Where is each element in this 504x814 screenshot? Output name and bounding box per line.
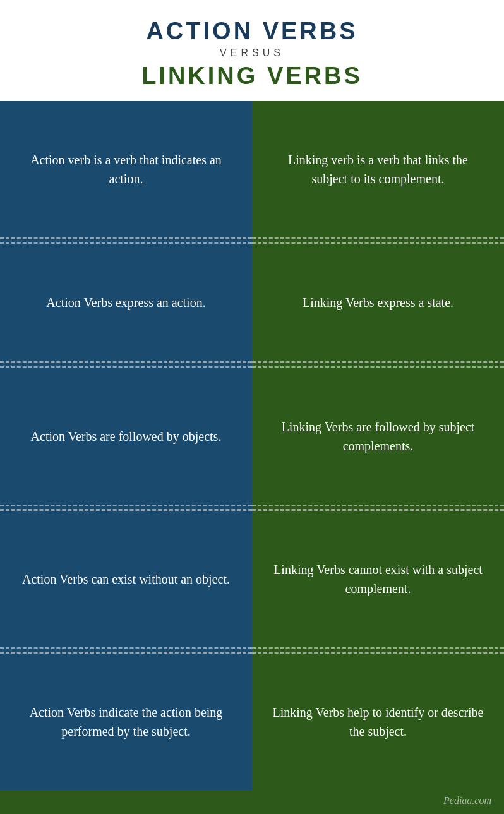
- linking-text-1: Linking verb is a verb that links the su…: [272, 150, 484, 188]
- linking-cell-4: Linking Verbs cannot exist with a subjec…: [252, 511, 504, 647]
- row-4: Action Verbs can exist without an object…: [0, 511, 504, 647]
- page-header: ACTION VERBS VERSUS LINKING VERBS: [0, 0, 504, 101]
- row-3: Action Verbs are followed by objects. Li…: [0, 368, 504, 504]
- action-cell-1: Action verb is a verb that indicates an …: [0, 101, 252, 237]
- divider-action-2: [0, 361, 252, 368]
- comparison-table: Action verb is a verb that indicates an …: [0, 101, 504, 814]
- action-cell-2: Action Verbs express an action.: [0, 244, 252, 361]
- divider-action-3: [0, 505, 252, 511]
- linking-cell-2: Linking Verbs express a state.: [252, 244, 504, 361]
- divider-2: [0, 361, 504, 368]
- divider-4: [0, 647, 504, 654]
- title-linking: LINKING VERBS: [13, 63, 491, 90]
- action-cell-3: Action Verbs are followed by objects.: [0, 368, 252, 504]
- title-action: ACTION VERBS: [13, 18, 491, 45]
- action-text-1: Action verb is a verb that indicates an …: [20, 150, 232, 188]
- divider-action-1: [0, 237, 252, 244]
- divider-linking-3: [252, 505, 504, 511]
- action-cell-5: Action Verbs indicate the action being p…: [0, 654, 252, 790]
- linking-text-3: Linking Verbs are followed by subject co…: [272, 417, 484, 455]
- action-text-2: Action Verbs express an action.: [46, 293, 205, 312]
- watermark: Pediaa.com: [0, 790, 504, 814]
- action-text-3: Action Verbs are followed by objects.: [31, 427, 222, 446]
- row-2: Action Verbs express an action. Linking …: [0, 244, 504, 361]
- divider-linking-2: [252, 361, 504, 368]
- linking-cell-1: Linking verb is a verb that links the su…: [252, 101, 504, 237]
- action-text-4: Action Verbs can exist without an object…: [22, 570, 230, 589]
- row-1: Action verb is a verb that indicates an …: [0, 101, 504, 237]
- linking-text-4: Linking Verbs cannot exist with a subjec…: [272, 560, 484, 598]
- action-cell-4: Action Verbs can exist without an object…: [0, 511, 252, 647]
- divider-1: [0, 237, 504, 244]
- linking-text-2: Linking Verbs express a state.: [303, 293, 453, 312]
- row-5: Action Verbs indicate the action being p…: [0, 654, 504, 790]
- linking-cell-5: Linking Verbs help to identify or descri…: [252, 654, 504, 790]
- linking-cell-3: Linking Verbs are followed by subject co…: [252, 368, 504, 504]
- divider-action-4: [0, 647, 252, 654]
- divider-linking-1: [252, 237, 504, 244]
- action-text-5: Action Verbs indicate the action being p…: [20, 703, 232, 741]
- linking-text-5: Linking Verbs help to identify or descri…: [272, 703, 484, 741]
- divider-linking-4: [252, 647, 504, 654]
- divider-3: [0, 505, 504, 511]
- title-versus: VERSUS: [13, 47, 491, 59]
